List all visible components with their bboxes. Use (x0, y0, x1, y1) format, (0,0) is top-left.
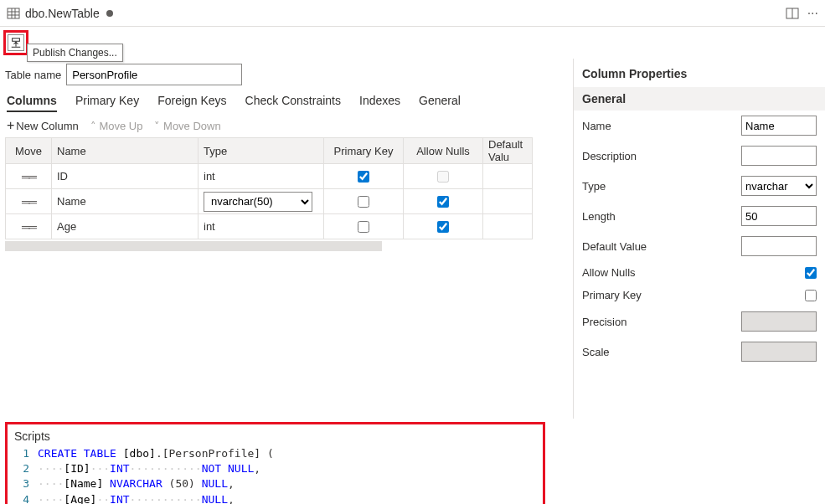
move-down-button[interactable]: ˅ Move Down (154, 120, 220, 132)
prop-length-input[interactable] (741, 206, 817, 226)
tab-indexes[interactable]: Indexes (359, 94, 400, 112)
document-title: dbo.NewTable (25, 7, 100, 20)
col-default-header: Default Valu (483, 138, 532, 163)
prop-name-input[interactable] (741, 116, 817, 136)
split-editor-icon[interactable] (786, 7, 799, 20)
column-properties-pane: Column Properties General Name Descripti… (574, 59, 825, 419)
svg-rect-0 (8, 8, 19, 18)
prop-scale-input (741, 342, 817, 362)
table-icon (7, 7, 20, 20)
drag-handle-icon[interactable]: ══ (22, 195, 35, 208)
prop-default-input[interactable] (741, 236, 817, 256)
prop-default-label: Default Value (582, 240, 736, 253)
drag-handle-icon[interactable]: ══ (22, 170, 35, 183)
scripts-title: Scripts (14, 429, 536, 443)
table-row[interactable]: ══Namenvarchar(50) (6, 188, 532, 213)
col-move-header: Move (6, 138, 52, 163)
cell-name[interactable]: Name (52, 189, 199, 213)
highlight-publish (3, 30, 28, 55)
cell-pk-checkbox[interactable] (358, 171, 369, 183)
horizontal-scrollbar[interactable] (5, 241, 382, 251)
move-up-button[interactable]: ˄ Move Up (90, 120, 143, 132)
title-bar: dbo.NewTable ··· (0, 0, 825, 27)
props-title: Column Properties (574, 59, 825, 87)
cell-nulls-checkbox[interactable] (437, 221, 449, 233)
designer-left-pane: Table name Columns Primary Key Foreign K… (0, 59, 574, 419)
cell-type[interactable]: int (199, 164, 324, 188)
cell-name[interactable]: ID (52, 164, 199, 188)
script-editor[interactable]: 1CREATE TABLE [dbo].[PersonProfile] (2··… (14, 446, 536, 504)
prop-pk-checkbox[interactable] (805, 290, 817, 301)
table-row[interactable]: ══IDint (6, 163, 532, 188)
more-icon[interactable]: ··· (807, 6, 818, 21)
cell-pk-checkbox[interactable] (358, 196, 369, 208)
prop-scale-label: Scale (582, 346, 736, 358)
col-type-header: Type (199, 138, 324, 163)
cell-name[interactable]: Age (52, 214, 199, 239)
cell-default[interactable] (483, 189, 532, 213)
publish-button[interactable] (8, 34, 24, 51)
cell-default[interactable] (483, 214, 532, 239)
new-column-button[interactable]: +New Column (7, 119, 79, 132)
props-section-general: General (574, 87, 825, 111)
chevron-down-icon: ˅ (154, 120, 163, 132)
scripts-panel: Scripts 1CREATE TABLE [dbo].[PersonProfi… (5, 422, 545, 504)
type-select[interactable]: nvarchar(50) (204, 192, 312, 212)
columns-grid: Move Name Type Primary Key Allow Nulls D… (5, 137, 533, 239)
cell-nulls-checkbox[interactable] (437, 171, 449, 183)
table-name-row: Table name (5, 64, 573, 85)
prop-desc-label: Description (582, 150, 736, 162)
publish-tooltip: Publish Changes... (27, 44, 123, 62)
cell-type[interactable]: nvarchar(50) (199, 189, 324, 213)
cell-pk-checkbox[interactable] (358, 221, 369, 233)
col-name-header: Name (52, 138, 199, 163)
tab-primary-key[interactable]: Primary Key (75, 94, 139, 112)
drag-handle-icon[interactable]: ══ (22, 220, 35, 234)
grid-header: Move Name Type Primary Key Allow Nulls D… (6, 138, 532, 163)
table-name-label: Table name (5, 69, 61, 81)
cell-nulls-checkbox[interactable] (437, 196, 449, 208)
col-nulls-header: Allow Nulls (404, 138, 483, 163)
prop-precision-label: Precision (582, 316, 736, 328)
prop-desc-input[interactable] (741, 146, 817, 166)
tab-columns[interactable]: Columns (7, 94, 57, 112)
prop-pk-label: Primary Key (582, 289, 800, 301)
tab-general[interactable]: General (419, 94, 461, 112)
prop-length-label: Length (582, 210, 736, 223)
dirty-indicator-icon (106, 10, 113, 17)
col-pk-header: Primary Key (324, 138, 404, 163)
designer-tabs: Columns Primary Key Foreign Keys Check C… (5, 94, 573, 112)
column-toolbar: +New Column ˄ Move Up ˅ Move Down (5, 119, 573, 132)
prop-precision-input (741, 311, 817, 332)
tab-foreign-keys[interactable]: Foreign Keys (157, 94, 226, 112)
cell-type[interactable]: int (199, 214, 324, 239)
table-name-input[interactable] (66, 64, 242, 85)
tab-check-constraints[interactable]: Check Constraints (245, 94, 341, 112)
table-row[interactable]: ══Ageint (6, 213, 532, 239)
cell-default[interactable] (483, 164, 532, 188)
toolbar: Publish Changes... (0, 27, 825, 59)
prop-nulls-checkbox[interactable] (805, 267, 817, 279)
prop-type-label: Type (582, 180, 736, 193)
prop-nulls-label: Allow Nulls (582, 266, 800, 279)
prop-type-select[interactable]: nvarchar (741, 176, 817, 196)
chevron-up-icon: ˄ (90, 120, 100, 132)
prop-name-label: Name (582, 120, 736, 132)
